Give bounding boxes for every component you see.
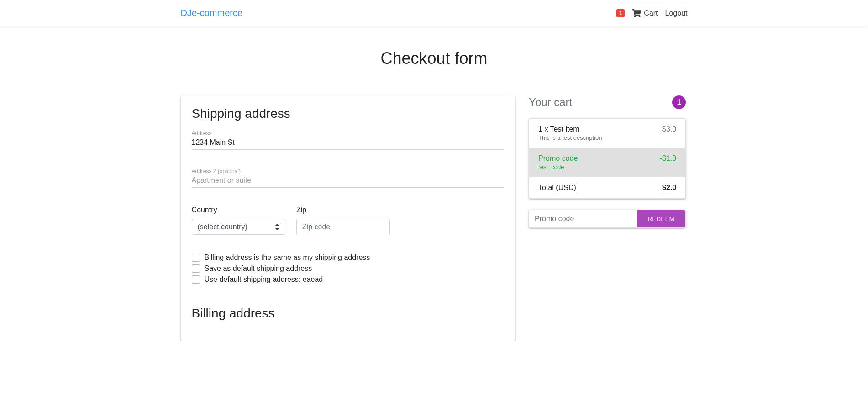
billing-title: Billing address [192, 306, 505, 321]
divider [192, 295, 505, 295]
promo-input[interactable] [529, 210, 637, 227]
redeem-button[interactable]: REDEEM [637, 210, 686, 227]
cart-item-desc: This is a test description [538, 134, 602, 141]
checkbox-save-default-input[interactable] [192, 264, 200, 273]
checkbox-use-default-input[interactable] [192, 275, 200, 284]
total-label: Total (USD) [538, 184, 576, 192]
cart-total: Total (USD) $2.0 [529, 177, 685, 198]
cart-list: 1 x Test item This is a test description… [529, 118, 686, 199]
cart-title: Your cart [529, 96, 572, 109]
country-select[interactable]: (select country) [192, 219, 285, 235]
country-label: Country [192, 206, 285, 214]
zip-label: Zip [296, 206, 390, 214]
promo-discount: -$1.0 [660, 154, 676, 163]
logout-link[interactable]: Logout [665, 9, 688, 17]
checkbox-same-billing-input[interactable] [192, 254, 200, 262]
address-label: Address [192, 130, 505, 137]
cart-promo-item: Promo code test_code -$1.0 [529, 148, 685, 177]
checkbox-use-default[interactable]: Use default shipping address: eaead [192, 275, 505, 284]
checkout-form-card: Shipping address Address Address 2 (opti… [181, 95, 516, 341]
navbar: DJe-commerce 1 Cart Logout [0, 0, 868, 26]
shipping-title: Shipping address [192, 106, 505, 121]
cart-label: Cart [644, 9, 658, 17]
promo-form: REDEEM [529, 210, 686, 228]
cart-item-price: $3.0 [662, 125, 676, 133]
address2-label: Address 2 (optional) [192, 168, 505, 174]
promo-label: Promo code [538, 154, 578, 163]
cart-count-badge: 1 [672, 95, 686, 109]
cart-item: 1 x Test item This is a test description… [529, 119, 685, 148]
total-price: $2.0 [662, 184, 676, 192]
checkbox-same-billing-label: Billing address is the same as my shippi… [205, 254, 370, 262]
page-title: Checkout form [181, 49, 688, 68]
cart-icon [632, 9, 641, 17]
cart-badge: 1 [616, 9, 625, 17]
checkbox-use-default-label: Use default shipping address: eaead [205, 275, 323, 284]
address-input[interactable] [192, 137, 505, 148]
checkbox-save-default-label: Save as default shipping address [205, 264, 312, 273]
brand-link[interactable]: DJe-commerce [181, 8, 243, 18]
zip-input[interactable] [296, 219, 390, 235]
checkbox-save-default[interactable]: Save as default shipping address [192, 264, 505, 273]
checkbox-same-billing[interactable]: Billing address is the same as my shippi… [192, 254, 505, 262]
promo-code-value: test_code [538, 164, 578, 170]
address2-input[interactable] [192, 175, 505, 185]
cart-item-name: 1 x Test item [538, 125, 602, 133]
cart-link[interactable]: Cart [632, 9, 658, 17]
